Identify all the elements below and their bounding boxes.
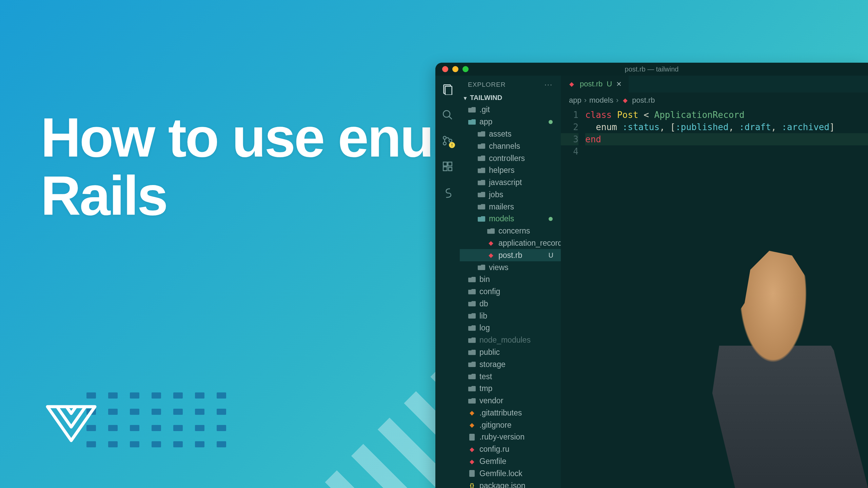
source-control-icon[interactable]: ! — [441, 134, 454, 147]
tree-item-views[interactable]: views — [460, 261, 561, 273]
tree-item-javascript[interactable]: javascript — [460, 177, 561, 189]
tree-item-label: javascript — [489, 178, 522, 187]
window-controls — [442, 66, 469, 72]
activity-bar: ! — [435, 76, 460, 488]
tree-item-label: config.ru — [479, 445, 509, 454]
ruby-outline-icon — [468, 458, 476, 465]
tree-item-jobs[interactable]: jobs — [460, 188, 561, 201]
tree-item-package-json[interactable]: package.json — [460, 480, 561, 488]
generic-icon — [468, 433, 476, 441]
tree-item--gitattributes[interactable]: .gitattributes — [460, 407, 561, 419]
tree-item-mailers[interactable]: mailers — [460, 201, 561, 213]
window-title: post.rb — tailwind — [625, 65, 679, 73]
tree-item-label: test — [479, 372, 492, 381]
breadcrumb-file: post.rb — [632, 96, 655, 105]
explorer-title: EXPLORER — [468, 81, 506, 88]
breadcrumb-models: models — [589, 96, 613, 105]
tree-item-label: .gitattributes — [479, 408, 522, 418]
tree-item-label: views — [489, 263, 509, 272]
tab-status: U — [607, 80, 612, 88]
tree-item-label: concerns — [498, 226, 530, 236]
ruby-icon — [468, 446, 476, 453]
tree-item-log[interactable]: log — [460, 322, 561, 334]
tab-filename: post.rb — [580, 80, 603, 88]
svg-rect-7 — [443, 162, 447, 166]
folder-icon — [468, 324, 476, 332]
tree-item-lib[interactable]: lib — [460, 310, 561, 322]
folder-icon — [487, 227, 495, 235]
folder-icon — [468, 276, 476, 283]
ruby-file-icon — [568, 80, 576, 88]
ruby-icon — [487, 251, 495, 259]
extensions-icon[interactable] — [441, 160, 454, 173]
tree-item-label: mailers — [489, 202, 514, 211]
folder-icon — [477, 203, 486, 210]
tree-item-label: assets — [489, 129, 511, 139]
tree-item-post-rb[interactable]: post.rbU — [460, 249, 561, 261]
tree-item-db[interactable]: db — [460, 298, 561, 310]
explorer-sidebar: EXPLORER ··· TAILWIND .gitappassetschann… — [460, 76, 561, 488]
tree-item-label: helpers — [489, 166, 514, 175]
svg-rect-8 — [448, 162, 452, 166]
tree-item-label: vendor — [479, 396, 503, 405]
tree-item-label: package.json — [479, 481, 526, 488]
tree-item-public[interactable]: public — [460, 346, 561, 359]
line-numbers: 1 2 3 4 — [561, 109, 585, 488]
svg-rect-9 — [443, 167, 447, 170]
folder-icon — [477, 130, 486, 138]
tree-item-concerns[interactable]: concerns — [460, 225, 561, 237]
tree-item-bin[interactable]: bin — [460, 273, 561, 286]
more-actions-icon[interactable]: ··· — [545, 80, 553, 89]
chevron-down-icon — [464, 94, 468, 102]
tree-item-label: tmp — [479, 384, 492, 393]
folder-icon — [477, 179, 486, 186]
breadcrumb[interactable]: app › models › post.rb — [561, 93, 868, 108]
tree-item-config-ru[interactable]: config.ru — [460, 443, 561, 455]
modified-indicator — [549, 120, 553, 124]
titlebar: post.rb — tailwind — [435, 63, 868, 76]
folder-icon — [468, 349, 476, 356]
tree-item--gitignore[interactable]: .gitignore — [460, 419, 561, 431]
tree-item-gemfile-lock[interactable]: Gemfile.lock — [460, 467, 561, 480]
search-icon[interactable] — [441, 108, 454, 122]
maximize-window-button[interactable] — [462, 66, 469, 72]
chevron-right-icon: › — [616, 96, 618, 105]
svg-point-6 — [449, 139, 452, 142]
ruby-file-icon — [621, 97, 629, 104]
tree-item-application-record-rb[interactable]: application_record.rb — [460, 237, 561, 249]
supermaven-icon[interactable] — [441, 185, 454, 199]
tree-item-test[interactable]: test — [460, 370, 561, 383]
tree-item-label: .gitignore — [479, 421, 512, 430]
tree-item-assets[interactable]: assets — [460, 128, 561, 140]
tree-item-label: bin — [479, 275, 490, 284]
minimize-window-button[interactable] — [452, 66, 458, 72]
tab-post-rb[interactable]: post.rb U ✕ — [561, 76, 629, 93]
tree-item-label: application_record.rb — [498, 239, 561, 248]
folder-icon — [477, 142, 486, 150]
project-header[interactable]: TAILWIND — [460, 92, 561, 104]
tree-item-models[interactable]: models — [460, 213, 561, 225]
tree-item-vendor[interactable]: vendor — [460, 395, 561, 407]
close-window-button[interactable] — [442, 66, 448, 72]
tree-item-label: controllers — [489, 154, 525, 163]
tree-item-config[interactable]: config — [460, 286, 561, 298]
folder-icon — [468, 385, 476, 392]
tree-item-tmp[interactable]: tmp — [460, 383, 561, 395]
tree-item-channels[interactable]: channels — [460, 140, 561, 152]
folder-icon — [477, 167, 486, 174]
folder-icon — [468, 312, 476, 320]
chevron-right-icon: › — [584, 96, 587, 105]
tree-item-storage[interactable]: storage — [460, 358, 561, 370]
tree-item-label: log — [479, 323, 490, 332]
tree-item-node-modules[interactable]: node_modules — [460, 334, 561, 346]
close-tab-button[interactable]: ✕ — [616, 80, 622, 88]
tree-item-controllers[interactable]: controllers — [460, 152, 561, 164]
tree-item-gemfile[interactable]: Gemfile — [460, 455, 561, 468]
tree-item--git[interactable]: .git — [460, 104, 561, 116]
tree-item-app[interactable]: app — [460, 116, 561, 128]
tree-item-label: db — [479, 299, 488, 308]
tree-item-helpers[interactable]: helpers — [460, 164, 561, 177]
modified-indicator — [549, 217, 553, 221]
explorer-icon[interactable] — [441, 82, 454, 96]
tree-item--ruby-version[interactable]: .ruby-version — [460, 431, 561, 443]
